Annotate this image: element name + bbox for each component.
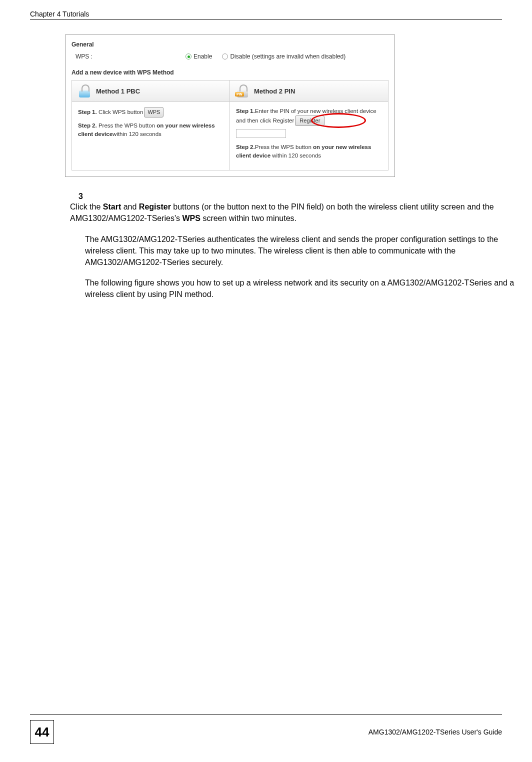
section-add-device-label: Add a new device with WPS Method (66, 67, 394, 78)
wps-screenshot: General WPS : Enable Disable (settings a… (65, 34, 395, 177)
m2-step2-a: Press the WPS button (255, 144, 313, 150)
section-general-label: General (66, 39, 394, 50)
method2-header: PIN Method 2 PIN (230, 80, 388, 102)
method2-title: Method 2 PIN (254, 88, 295, 95)
s3-b: and (121, 202, 139, 211)
m1-step1-text: Click WPS button (97, 109, 144, 115)
footer-title: AMG1302/AMG1202-TSeries User's Guide (368, 728, 502, 736)
s3-b3: WPS (182, 214, 200, 222)
step-3: 3 Click the Start and Register buttons (… (70, 192, 502, 224)
disable-label: Disable (settings are invalid when disab… (230, 53, 346, 60)
page-number: 44 (30, 720, 54, 744)
m2-step2-label: Step 2. (236, 144, 255, 150)
register-button[interactable]: Register (295, 116, 324, 126)
s3-d: screen within two minutes. (200, 214, 296, 222)
wps-row: WPS : Enable Disable (settings are inval… (66, 50, 394, 67)
pin-input[interactable] (236, 129, 286, 138)
lock-pin-icon: PIN (236, 84, 249, 98)
divider-top (30, 19, 502, 20)
chapter-header: Chapter 4 Tutorials (30, 10, 502, 18)
footer: 44 AMG1302/AMG1202-TSeries User's Guide (30, 714, 502, 744)
method2-body: Step 1.Enter the PIN of your new wireles… (230, 102, 388, 170)
divider-bottom (30, 714, 502, 715)
pin-badge: PIN (235, 92, 244, 96)
s3-b2: Register (139, 202, 171, 211)
method1-header: Method 1 PBC (72, 80, 230, 102)
s3-b1: Start (103, 202, 121, 211)
wps-button[interactable]: WPS (144, 107, 164, 118)
m1-step2-b: within 120 seconds (112, 131, 162, 137)
s3-a: Click the (70, 202, 103, 211)
m1-step1-label: Step 1. (78, 109, 97, 115)
step-number: 3 (70, 192, 84, 201)
lock-icon (78, 84, 91, 98)
radio-disable[interactable] (222, 54, 228, 60)
methods-table: Method 1 PBC PIN Method 2 PIN Step 1. Cl… (72, 80, 388, 170)
step-text: Click the Start and Register buttons (or… (70, 201, 500, 224)
method1-title: Method 1 PBC (96, 88, 140, 95)
paragraph-3: The following figure shows you how to se… (85, 277, 515, 300)
radio-enable[interactable] (186, 54, 192, 60)
method1-body: Step 1. Click WPS buttonWPS Step 2. Pres… (72, 102, 230, 170)
m1-step2-label: Step 2. (78, 122, 97, 128)
m1-step2-a: Press the WPS button (97, 122, 157, 128)
wps-label: WPS : (76, 53, 176, 60)
m2-step2-b: within 120 seconds (270, 152, 321, 158)
enable-label: Enable (194, 53, 212, 60)
m2-step1-label: Step 1. (236, 108, 255, 114)
paragraph-2: The AMG1302/AMG1202-TSeries authenticate… (85, 234, 515, 268)
